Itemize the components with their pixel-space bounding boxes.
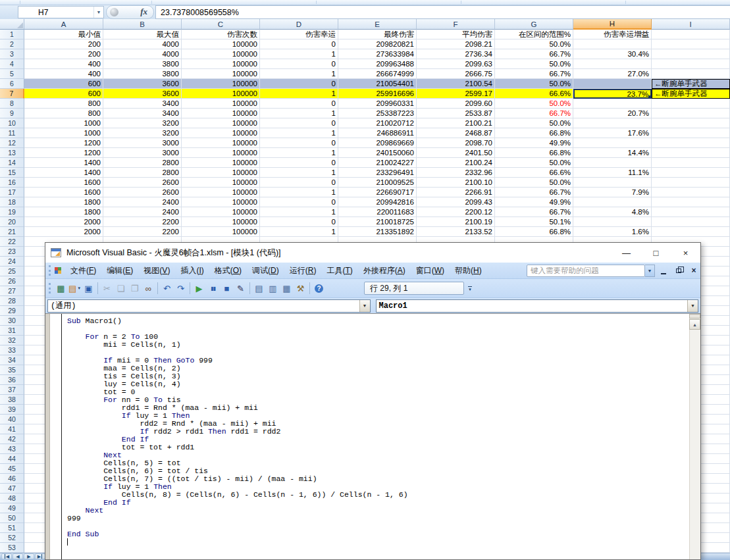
- cell-D12[interactable]: 0: [260, 138, 338, 148]
- row-header-46[interactable]: 46: [0, 474, 24, 484]
- cell-A1[interactable]: 最小值: [24, 30, 103, 39]
- cell-C13[interactable]: 100000: [182, 148, 260, 158]
- cell-B2[interactable]: 4000: [103, 39, 182, 49]
- row-header-9[interactable]: 9: [0, 109, 24, 118]
- row-header-30[interactable]: 30: [0, 316, 24, 326]
- cell-G18[interactable]: 49.9%: [495, 197, 573, 207]
- cell-D20[interactable]: 0: [260, 217, 338, 227]
- row-header-23[interactable]: 23: [0, 247, 24, 257]
- maximize-button[interactable]: □: [641, 243, 671, 263]
- cell-C15[interactable]: 100000: [182, 168, 260, 178]
- cell-H17[interactable]: 7.9%: [573, 188, 652, 197]
- cell-B9[interactable]: 3400: [103, 109, 182, 118]
- run-icon[interactable]: ▶: [192, 282, 206, 295]
- cell-C16[interactable]: 100000: [182, 178, 260, 188]
- toolbar-options-icon[interactable]: ▾: [468, 286, 472, 291]
- row-header-34[interactable]: 34: [0, 355, 24, 365]
- cell-H20[interactable]: [573, 217, 652, 227]
- cell-H4[interactable]: [573, 59, 652, 69]
- row-header-1[interactable]: 1: [0, 30, 24, 39]
- cell-F20[interactable]: 2100.19: [417, 217, 495, 227]
- cell-I12[interactable]: [652, 138, 730, 148]
- row-header-31[interactable]: 31: [0, 326, 24, 336]
- redo-icon[interactable]: ↷: [174, 282, 188, 295]
- row-header-29[interactable]: 29: [0, 306, 24, 316]
- mdi-minimize-button[interactable]: [657, 265, 670, 277]
- cell-C11[interactable]: 100000: [182, 128, 260, 138]
- object-combo[interactable]: (通用) ▼: [47, 299, 371, 313]
- next-sheet-icon[interactable]: ▶: [24, 553, 34, 559]
- cell-C7[interactable]: 100000: [182, 89, 260, 99]
- row-header-7[interactable]: 7: [0, 89, 24, 99]
- row-header-21[interactable]: 21: [0, 227, 24, 237]
- find-icon[interactable]: ∞: [142, 282, 155, 295]
- cell-A14[interactable]: 1400: [24, 158, 103, 168]
- row-header-18[interactable]: 18: [0, 197, 24, 207]
- row-header-22[interactable]: 22: [0, 237, 24, 247]
- view-excel-icon[interactable]: ▦: [54, 282, 68, 295]
- row-header-19[interactable]: 19: [0, 207, 24, 217]
- cell-E1[interactable]: 最终伤害: [338, 30, 417, 39]
- cell-I8[interactable]: [652, 99, 730, 109]
- name-box[interactable]: H7 ▼: [18, 6, 104, 18]
- last-sheet-icon[interactable]: ▶: [35, 553, 45, 559]
- row-header-27[interactable]: 27: [0, 286, 24, 296]
- row-header-6[interactable]: 6: [0, 79, 24, 89]
- cell-F1[interactable]: 平均伤害: [417, 30, 495, 39]
- cell-B4[interactable]: 3800: [103, 59, 182, 69]
- cell-A10[interactable]: 1000: [24, 118, 103, 128]
- cell-A3[interactable]: 200: [24, 49, 103, 59]
- cell-D5[interactable]: 1: [260, 69, 338, 79]
- cell-E8[interactable]: 209960331: [338, 99, 417, 109]
- row-header-52[interactable]: 52: [0, 533, 24, 543]
- prev-sheet-icon[interactable]: ◀: [13, 553, 23, 559]
- cell-D13[interactable]: 1: [260, 148, 338, 158]
- cell-F11[interactable]: 2468.87: [417, 128, 495, 138]
- row-header-8[interactable]: 8: [0, 99, 24, 109]
- cell-E10[interactable]: 210020712: [338, 118, 417, 128]
- cell-F14[interactable]: 2100.24: [417, 158, 495, 168]
- cell-I15[interactable]: [652, 168, 730, 178]
- row-header-42[interactable]: 42: [0, 434, 24, 444]
- cell-H6[interactable]: [573, 79, 652, 89]
- row-header-38[interactable]: 38: [0, 395, 24, 405]
- cell-H5[interactable]: 27.0%: [573, 69, 652, 79]
- cell-A7[interactable]: 600: [24, 89, 103, 99]
- code-vertical-scrollbar[interactable]: [689, 314, 700, 559]
- cell-E5[interactable]: 266674999: [338, 69, 417, 79]
- row-header-12[interactable]: 12: [0, 138, 24, 148]
- cell-G21[interactable]: 66.8%: [495, 227, 573, 237]
- object-combo-dropdown-icon[interactable]: ▼: [359, 300, 370, 312]
- design-mode-icon[interactable]: ✎: [234, 282, 248, 295]
- cell-H2[interactable]: [573, 39, 652, 49]
- cell-G13[interactable]: 66.8%: [495, 148, 573, 158]
- row-header-35[interactable]: 35: [0, 365, 24, 375]
- cell-B7[interactable]: 3600: [103, 89, 182, 99]
- cell-E16[interactable]: 210009525: [338, 178, 417, 188]
- row-header-20[interactable]: 20: [0, 217, 24, 227]
- cell-E11[interactable]: 246886911: [338, 128, 417, 138]
- cell-I9[interactable]: [652, 109, 730, 118]
- menu-item-I[interactable]: 插入(I): [175, 263, 209, 278]
- cell-A21[interactable]: 2000: [24, 227, 103, 237]
- help-search-dropdown-icon[interactable]: ▼: [645, 265, 655, 277]
- cell-A6[interactable]: 600: [24, 79, 103, 89]
- cell-I4[interactable]: [652, 59, 730, 69]
- column-header-A[interactable]: A: [24, 19, 103, 30]
- cell-G4[interactable]: 50.0%: [495, 59, 573, 69]
- cell-G14[interactable]: 50.0%: [495, 158, 573, 168]
- reset-icon[interactable]: ■: [220, 282, 234, 295]
- row-header-3[interactable]: 3: [0, 49, 24, 59]
- cut-icon[interactable]: ✂: [100, 282, 114, 295]
- cell-F16[interactable]: 2100.10: [417, 178, 495, 188]
- cell-E9[interactable]: 253387223: [338, 109, 417, 118]
- cell-A9[interactable]: 800: [24, 109, 103, 118]
- row-header-44[interactable]: 44: [0, 454, 24, 464]
- cell-F13[interactable]: 2401.50: [417, 148, 495, 158]
- formula-input[interactable]: 23.7378008569558%: [155, 5, 730, 19]
- cell-H11[interactable]: 17.6%: [573, 128, 652, 138]
- help-icon[interactable]: ?: [312, 282, 326, 295]
- row-header-49[interactable]: 49: [0, 503, 24, 513]
- column-header-E[interactable]: E: [338, 19, 417, 30]
- cell-I7[interactable]: ←断腕单手武器: [652, 89, 730, 99]
